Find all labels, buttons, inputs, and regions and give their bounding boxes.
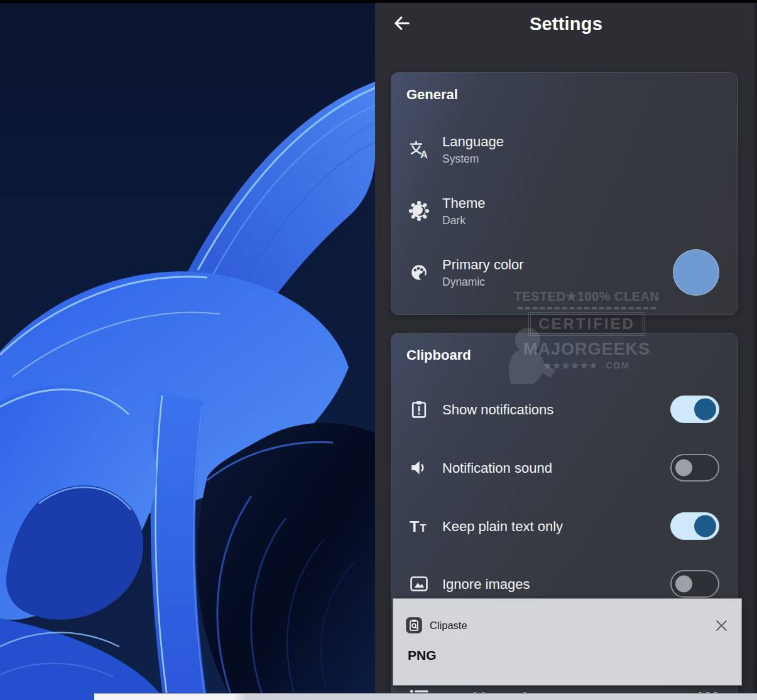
primary-color-swatch[interactable] xyxy=(673,249,719,296)
ignore-images-setting[interactable]: Ignore images xyxy=(408,566,719,601)
palette-icon xyxy=(408,261,430,284)
text-icon: T T xyxy=(408,515,430,537)
desktop-wallpaper xyxy=(0,0,375,700)
primary-color-setting[interactable]: Primary color Dynamic xyxy=(408,247,719,298)
clipaste-notification[interactable]: Clipaste PNG xyxy=(393,598,742,686)
keep-plain-text-toggle[interactable] xyxy=(670,512,719,540)
toast-app-name: Clipaste xyxy=(430,620,467,632)
primary-color-value: Dynamic xyxy=(442,275,524,289)
show-notifications-setting[interactable]: Show notifications xyxy=(408,392,719,427)
close-icon xyxy=(716,620,727,631)
keep-plain-text-setting[interactable]: T T Keep plain text only xyxy=(408,509,719,544)
ignore-images-toggle[interactable] xyxy=(670,570,719,598)
page-title: Settings xyxy=(375,14,757,35)
theme-value: Dark xyxy=(442,213,485,228)
notification-sound-setting[interactable]: Notification sound xyxy=(408,450,719,485)
clipboard-alert-icon xyxy=(408,398,430,421)
notification-sound-label: Notification sound xyxy=(442,460,552,477)
translate-icon: A xyxy=(408,138,430,161)
top-edge-bar xyxy=(0,0,757,3)
theme-icon xyxy=(408,200,430,222)
speaker-icon xyxy=(408,456,430,479)
language-label: Language xyxy=(442,133,504,150)
svg-text:T: T xyxy=(410,518,419,535)
primary-color-label: Primary color xyxy=(442,256,524,273)
background-window-edge xyxy=(94,693,757,700)
section-title-clipboard: Clipboard xyxy=(406,347,471,363)
show-notifications-label: Show notifications xyxy=(442,401,553,418)
image-icon xyxy=(408,573,430,595)
svg-text:A: A xyxy=(420,149,428,160)
svg-text:T: T xyxy=(420,522,427,534)
toast-header: Clipaste xyxy=(406,617,729,634)
ignore-images-label: Ignore images xyxy=(442,576,530,593)
show-notifications-toggle[interactable] xyxy=(670,396,719,423)
section-title-general: General xyxy=(406,87,458,103)
toast-close-button[interactable] xyxy=(714,618,729,633)
theme-label: Theme xyxy=(442,195,485,212)
keep-plain-text-label: Keep plain text only xyxy=(442,518,563,535)
toast-content: PNG xyxy=(408,648,437,663)
notification-sound-toggle[interactable] xyxy=(670,454,719,482)
language-value: System xyxy=(442,152,504,166)
theme-setting[interactable]: Theme Dark xyxy=(408,186,719,236)
language-setting[interactable]: A Language System xyxy=(408,124,719,175)
clipaste-app-icon xyxy=(406,617,422,633)
settings-panel: Settings General A Language System xyxy=(375,0,757,700)
screen: Settings General A Language System xyxy=(0,0,757,700)
general-section: General A Language System xyxy=(391,72,738,315)
